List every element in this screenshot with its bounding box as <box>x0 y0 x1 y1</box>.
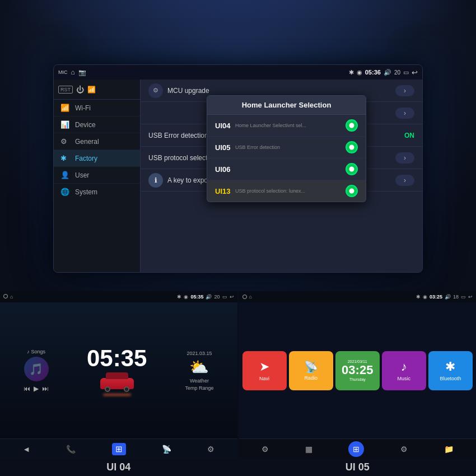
user-icon: 👤 <box>60 171 71 179</box>
ui05-panel: ⌂ ✱ ◉ 03:25 🔊 18 ▭ ↩ <box>239 291 477 476</box>
bluetooth-status-icon: ✱ <box>349 69 354 76</box>
status-time: 05:36 <box>365 69 381 76</box>
ui04-panel: ⌂ ✱ ◉ 05:35 🔊 20 ▭ ↩ ♪ <box>0 291 239 476</box>
nav-map-icon[interactable]: ◄ <box>22 445 30 454</box>
weather-label: Weather <box>190 378 209 384</box>
sidebar-item-device[interactable]: 📊 Device <box>54 116 140 133</box>
ui05-nav-settings[interactable]: ⚙ <box>262 445 269 454</box>
next-icon[interactable]: ⏭ <box>42 385 49 393</box>
system-icon: 🌐 <box>60 188 71 196</box>
power-icon[interactable]: ⏻ <box>76 85 84 94</box>
ui05-home-icon: ⌂ <box>249 294 252 300</box>
sidebar-item-user[interactable]: 👤 User <box>54 167 140 184</box>
ui04-batt-icon: ▭ <box>222 294 227 300</box>
dialog-title: Home Launcher Selection <box>207 96 366 115</box>
signal-icon: 📶 <box>87 86 96 94</box>
usb-protocol-chevron[interactable]: › <box>395 152 414 164</box>
music-app-tile[interactable]: ♪ Music <box>382 351 426 390</box>
right-vent <box>386 22 454 67</box>
ui04-status-bar: ⌂ ✱ ◉ 05:35 🔊 20 ▭ ↩ <box>0 291 237 302</box>
mcu-chevron[interactable]: › <box>395 85 414 96</box>
navi-app-tile[interactable]: ➤ Navi <box>242 351 287 390</box>
ui04-clock-display: 05:35 <box>87 347 147 370</box>
ui04-vol-icon: 🔊 <box>206 294 212 300</box>
ui05-panel-label: UI 05 <box>239 459 477 476</box>
dialog-option-ui05[interactable]: UI05 USB Error detection <box>207 137 366 158</box>
ui13-toggle[interactable] <box>346 185 358 197</box>
general-label: General <box>75 138 99 146</box>
ui05-batt-icon: ▭ <box>461 294 466 300</box>
clock-time-display: 03:25 <box>342 363 373 377</box>
ui05-toggle[interactable] <box>346 141 358 153</box>
nav-home-icon[interactable]: ⊞ <box>112 443 126 455</box>
temp-range-label: Temp Range <box>185 385 213 391</box>
ui04-sublabel: Home Launcher Selectivnt sel... <box>235 123 346 128</box>
row2-chevron[interactable]: › <box>395 108 414 119</box>
bluetooth-icon: ✱ <box>445 360 455 374</box>
ui05-nav-bar: ⚙ ▦ ⊞ ⚙ 📁 <box>239 438 477 459</box>
general-icon: ⚙ <box>60 137 71 146</box>
device-label: Device <box>75 121 96 129</box>
sidebar-top-bar: RST ⏻ 📶 <box>54 80 140 100</box>
ui04-toggle[interactable] <box>346 119 358 132</box>
radio-app-tile[interactable]: 📡 Radio <box>289 351 333 390</box>
ui05-bt-icon: ✱ <box>416 294 421 300</box>
mcu-label: MCU upgrade <box>167 87 395 95</box>
ui13-sublabel: USB protocol selection: lunex... <box>235 188 346 194</box>
clock-app-tile[interactable]: 2021/03/11 03:25 Thursday <box>335 351 380 390</box>
sidebar-item-wifi[interactable]: 📶 Wi-Fi <box>54 100 140 116</box>
wifi-label: Wi-Fi <box>75 104 91 112</box>
ui04-panel-label: UI 04 <box>0 459 237 476</box>
ui04-home-icon: ⌂ <box>10 294 13 300</box>
dialog-option-ui06[interactable]: UI06 <box>207 158 366 180</box>
on-badge: ON <box>404 132 414 139</box>
ui05-nav-gear[interactable]: ⚙ <box>400 445 408 454</box>
prev-icon[interactable]: ⏮ <box>24 385 30 393</box>
ui05-apps-area: ➤ Navi 📡 Radio 2021/03/11 03:25 Thursday <box>239 302 477 438</box>
car-visual <box>95 372 139 395</box>
ui05-vol-val: 18 <box>453 294 459 300</box>
navi-icon: ➤ <box>259 360 269 374</box>
radio-label: Radio <box>304 375 318 381</box>
sidebar-item-system[interactable]: 🌐 System <box>54 184 140 200</box>
ui05-nav-home[interactable]: ⊞ <box>348 441 364 457</box>
ui05-option-label: UI05 <box>215 143 235 152</box>
launcher-selection-dialog: Home Launcher Selection UI04 Home Launch… <box>207 95 366 202</box>
ui13-option-label: UI13 <box>215 187 235 195</box>
nav-settings-icon[interactable]: ⚙ <box>207 445 214 454</box>
sidebar-item-general[interactable]: ⚙ General <box>54 133 140 150</box>
volume-icon: 🔊 <box>384 69 391 76</box>
music-note-icon: ♪ <box>27 349 30 354</box>
ui04-sb-dot <box>3 294 8 298</box>
bottom-panels-row: ⌂ ✱ ◉ 05:35 🔊 20 ▭ ↩ ♪ <box>0 291 476 476</box>
battery-icon: ▭ <box>403 69 409 76</box>
ui05-time: 03:25 <box>430 294 442 300</box>
ui05-nav-folder[interactable]: 📁 <box>444 445 454 454</box>
ui05-nav-chart[interactable]: ▦ <box>305 445 312 454</box>
nav-radio-icon[interactable]: 📡 <box>162 445 171 454</box>
ui05-sb-dot <box>242 295 247 299</box>
dialog-option-ui04[interactable]: UI04 Home Launcher Selectivnt sel... <box>207 115 366 137</box>
factory-label: Factory <box>75 155 97 162</box>
ui05-back-icon[interactable]: ↩ <box>468 294 473 300</box>
status-bar: MIC ⌂ 📷 ✱ ◉ 05:36 🔊 20 ▭ ↩ <box>54 65 422 80</box>
ui05-home-nav-icon: ⊞ <box>353 445 360 454</box>
ui06-toggle[interactable] <box>346 163 358 175</box>
back-icon[interactable]: ↩ <box>412 68 418 77</box>
nav-phone-icon[interactable]: 📞 <box>66 445 76 454</box>
ui04-bt-icon: ✱ <box>177 294 181 300</box>
home-icon: ⌂ <box>71 68 75 76</box>
mic-label: MIC <box>58 69 68 75</box>
ui04-wifi-icon: ◉ <box>184 294 188 300</box>
export-chevron[interactable]: › <box>395 175 414 186</box>
sidebar-item-factory[interactable]: ✱ Factory <box>54 150 140 167</box>
ui04-date: 2021.03.15 <box>186 351 212 356</box>
dialog-option-ui13[interactable]: UI13 USB protocol selection: lunex... <box>207 180 366 202</box>
clock-day-label: Thursday <box>349 377 366 381</box>
main-content-area: ⚙ MCU upgrade › › USB Error detection ON… <box>141 80 422 272</box>
left-vent <box>22 22 90 67</box>
camera-icon: 📷 <box>78 69 86 76</box>
play-icon[interactable]: ▶ <box>34 385 39 393</box>
bluetooth-app-tile[interactable]: ✱ Bluetooth <box>428 351 473 390</box>
ui04-back-icon[interactable]: ↩ <box>230 294 234 300</box>
